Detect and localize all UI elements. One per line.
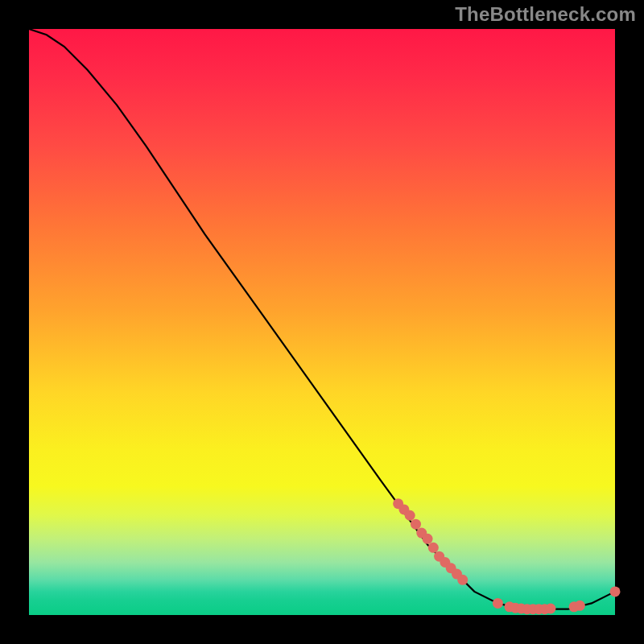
highlight-dot (423, 534, 433, 544)
highlight-dot (610, 586, 621, 597)
plot-area (29, 29, 615, 615)
highlight-dots (393, 498, 620, 614)
highlight-dot (405, 510, 415, 521)
chart-overlay (29, 29, 615, 615)
data-curve (29, 29, 615, 609)
highlight-dot (545, 603, 555, 613)
highlight-dot (457, 575, 468, 585)
chart-stage: TheBottleneck.com (0, 0, 644, 644)
highlight-dot (428, 543, 439, 553)
highlight-dot (493, 598, 503, 609)
watermark-text: TheBottleneck.com (455, 3, 636, 26)
highlight-dot (575, 601, 585, 611)
highlight-dot (411, 519, 421, 530)
